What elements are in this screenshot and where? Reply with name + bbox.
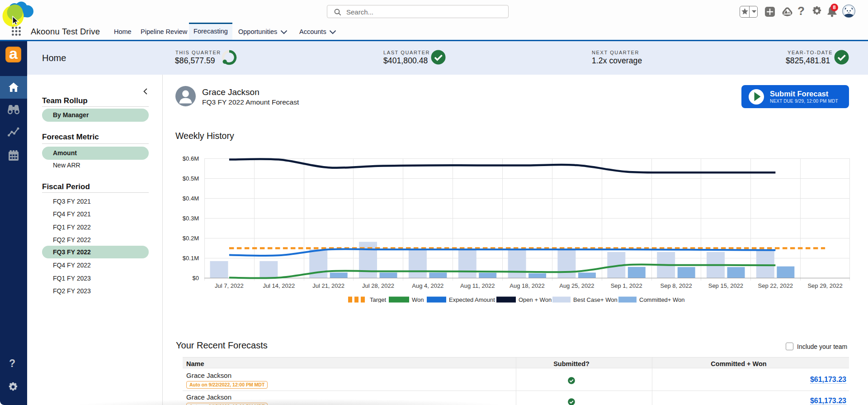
svg-text:Jul 28, 2022: Jul 28, 2022 [362, 282, 394, 289]
svg-text:Target: Target [370, 296, 387, 303]
svg-text:Committed+ Won: Committed+ Won [639, 296, 685, 303]
svg-text:Aug 11, 2022: Aug 11, 2022 [460, 282, 495, 289]
svg-text:$0.2M: $0.2M [183, 235, 199, 242]
svg-text:Sep 22, 2022: Sep 22, 2022 [758, 282, 793, 289]
svg-text:?: ? [797, 5, 805, 17]
svg-text:Sep 15, 2022: Sep 15, 2022 [708, 282, 743, 289]
svg-text:Aug 18, 2022: Aug 18, 2022 [509, 282, 544, 289]
svg-text:$0: $0 [193, 275, 199, 281]
svg-text:$0.4M: $0.4M [183, 195, 199, 202]
svg-text:Sep 29, 2022: Sep 29, 2022 [807, 282, 842, 289]
svg-text:Best Case+ Won: Best Case+ Won [573, 296, 618, 303]
svg-text:$0.1M: $0.1M [183, 255, 199, 262]
svg-text:Won: Won [412, 296, 424, 303]
svg-text:Expected Amount: Expected Amount [449, 296, 495, 303]
svg-text:Sep 1, 2022: Sep 1, 2022 [611, 282, 642, 289]
svg-text:Jul 7, 2022: Jul 7, 2022 [215, 282, 244, 289]
svg-text:Aug 4, 2022: Aug 4, 2022 [412, 282, 443, 289]
svg-text:Aug 25, 2022: Aug 25, 2022 [559, 282, 594, 289]
svg-text:Jul 21, 2022: Jul 21, 2022 [312, 282, 344, 289]
svg-text:$0.6M: $0.6M [183, 155, 199, 162]
svg-text:Sep 8, 2022: Sep 8, 2022 [660, 282, 692, 289]
svg-text:$0.3M: $0.3M [183, 215, 199, 222]
svg-text:Open + Won: Open + Won [519, 296, 552, 303]
svg-text:$0.5M: $0.5M [183, 175, 199, 182]
svg-text:Jul 14, 2022: Jul 14, 2022 [263, 282, 295, 289]
